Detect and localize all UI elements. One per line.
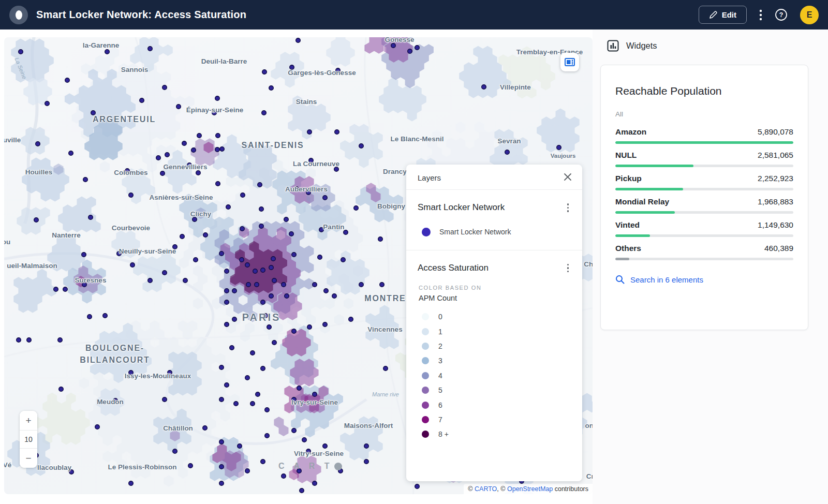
locker-point[interactable] (225, 300, 229, 305)
locker-point[interactable] (216, 182, 220, 186)
widget-category-row[interactable]: Vinted1,149,630 (615, 220, 793, 237)
locker-point[interactable] (313, 481, 317, 486)
locker-point[interactable] (383, 366, 388, 371)
locker-point[interactable] (378, 237, 383, 242)
locker-point[interactable] (129, 370, 134, 375)
locker-point[interactable] (19, 50, 23, 54)
locker-point[interactable] (245, 376, 250, 380)
locker-point[interactable] (282, 474, 286, 479)
locker-point[interactable] (82, 253, 86, 257)
locker-point[interactable] (263, 314, 268, 318)
zoom-out-button[interactable]: − (20, 449, 37, 468)
locker-point[interactable] (297, 386, 302, 391)
locker-point[interactable] (162, 85, 167, 90)
locker-point[interactable] (307, 130, 312, 135)
locker-point[interactable] (265, 408, 270, 412)
locker-point[interactable] (176, 105, 181, 109)
locker-point[interactable] (557, 145, 561, 150)
locker-point[interactable] (349, 317, 353, 322)
widget-category-row[interactable]: Pickup2,252,923 (615, 174, 793, 190)
locker-point[interactable] (87, 315, 92, 319)
locker-point[interactable] (269, 86, 274, 91)
locker-point[interactable] (168, 370, 172, 375)
locker-point[interactable] (69, 151, 73, 156)
locker-point[interactable] (262, 70, 267, 75)
locker-point[interactable] (272, 340, 277, 345)
locker-point[interactable] (284, 217, 289, 222)
locker-point[interactable] (292, 397, 297, 402)
locker-point[interactable] (219, 440, 224, 444)
locker-point[interactable] (234, 402, 239, 406)
locker-point[interactable] (364, 459, 369, 464)
widget-category-row[interactable]: Mondial Relay1,968,883 (615, 197, 793, 214)
locker-point[interactable] (261, 459, 265, 464)
locker-point[interactable] (408, 49, 412, 54)
locker-point[interactable] (194, 258, 198, 262)
locker-point[interactable] (45, 101, 50, 106)
locker-point[interactable] (324, 289, 329, 293)
locker-point[interactable] (216, 134, 220, 138)
locker-point[interactable] (290, 65, 294, 70)
locker-point[interactable] (219, 481, 224, 486)
locker-point[interactable] (225, 383, 229, 388)
locker-point[interactable] (282, 283, 286, 287)
locker-point[interactable] (302, 438, 307, 442)
map-canvas[interactable]: la-GarenneSannoisDeuil-la-BarreGarges-lè… (4, 37, 593, 494)
locker-point[interactable] (256, 392, 260, 397)
locker-point[interactable] (219, 465, 224, 469)
locker-point[interactable] (344, 230, 348, 235)
help-button[interactable]: ? (775, 8, 788, 21)
locker-point[interactable] (230, 346, 234, 350)
widget-category-row[interactable]: NULL2,581,065 (615, 151, 793, 167)
locker-point[interactable] (285, 294, 289, 299)
locker-point[interactable] (294, 187, 299, 191)
locker-point[interactable] (307, 325, 312, 330)
locker-point[interactable] (88, 215, 93, 220)
locker-point[interactable] (162, 397, 167, 402)
locker-point[interactable] (113, 398, 118, 403)
locker-point[interactable] (341, 258, 346, 262)
locker-point[interactable] (269, 294, 274, 299)
locker-point[interactable] (265, 434, 270, 438)
locker-point[interactable] (193, 217, 197, 222)
locker-point[interactable] (323, 322, 328, 327)
locker-point[interactable] (318, 255, 322, 260)
locker-point[interactable] (313, 392, 317, 397)
locker-point[interactable] (250, 351, 255, 355)
locker-point[interactable] (253, 269, 258, 274)
locker-point[interactable] (332, 294, 337, 299)
layer-options-button[interactable] (564, 262, 572, 275)
attribution-link[interactable]: CARTO (475, 485, 497, 493)
locker-point[interactable] (309, 158, 314, 163)
locker-point[interactable] (250, 402, 255, 406)
locker-point[interactable] (220, 147, 225, 152)
locker-point[interactable] (129, 193, 134, 198)
locker-point[interactable] (59, 387, 64, 392)
locker-point[interactable] (165, 153, 170, 157)
locker-point[interactable] (296, 38, 301, 43)
locker-point[interactable] (240, 227, 245, 231)
locker-point[interactable] (334, 167, 339, 172)
toggle-panel-button[interactable] (560, 53, 579, 71)
locker-point[interactable] (380, 283, 385, 287)
locker-point[interactable] (505, 150, 510, 155)
locker-point[interactable] (212, 111, 217, 115)
app-logo[interactable] (9, 6, 28, 24)
locker-point[interactable] (359, 283, 364, 287)
locker-point[interactable] (271, 257, 276, 261)
locker-point[interactable] (269, 265, 274, 270)
locker-point[interactable] (34, 218, 39, 223)
locker-point[interactable] (391, 43, 396, 48)
locker-point[interactable] (117, 251, 122, 256)
locker-point[interactable] (292, 428, 297, 433)
locker-point[interactable] (232, 317, 237, 322)
locker-point[interactable] (54, 287, 58, 292)
locker-point[interactable] (173, 449, 178, 454)
locker-point[interactable] (415, 484, 420, 489)
locker-point[interactable] (27, 338, 32, 343)
locker-point[interactable] (267, 325, 272, 330)
more-options-button[interactable] (759, 9, 762, 21)
locker-point[interactable] (65, 78, 70, 83)
locker-point[interactable] (306, 449, 311, 454)
locker-point[interactable] (245, 469, 250, 473)
